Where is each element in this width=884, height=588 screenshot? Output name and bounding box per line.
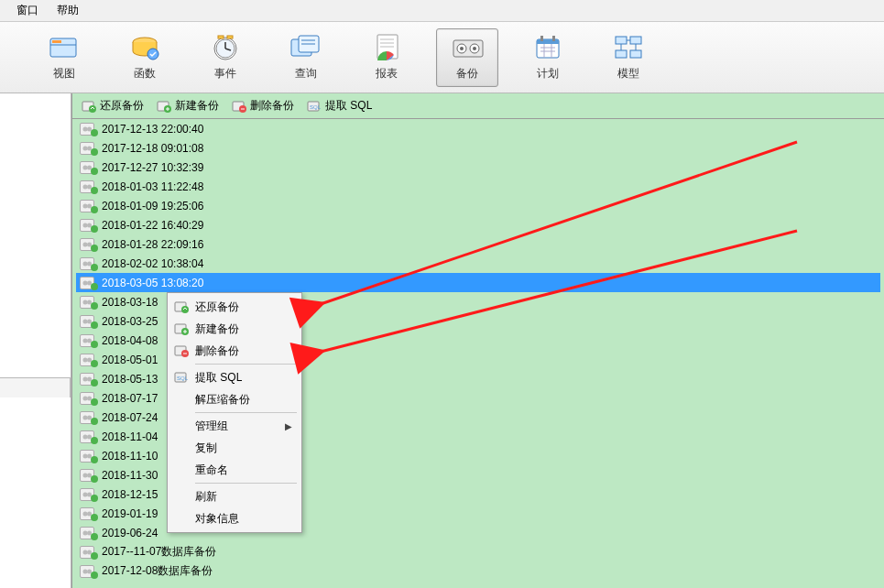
action-bar: 还原备份 新建备份 删除备份 SQL 提取 SQL <box>72 93 884 119</box>
ctx-separator <box>195 364 297 365</box>
toolbar-model-label: 模型 <box>617 66 639 82</box>
toolbar-event-button[interactable]: 事件 <box>194 28 256 87</box>
backup-list-item[interactable]: 2018-02-02 10:38:04 <box>76 254 880 273</box>
backup-list-item[interactable]: 2018-01-03 11:22:48 <box>76 177 880 196</box>
svg-point-52 <box>83 146 88 150</box>
svg-point-72 <box>83 338 88 343</box>
backup-item-label: 2017-12-27 10:32:39 <box>102 161 203 174</box>
toolbar-report-label: 报表 <box>376 66 398 82</box>
ctx-new-backup[interactable]: 新建备份 <box>169 318 300 340</box>
menu-window[interactable]: 窗口 <box>7 1 48 20</box>
extract-sql-icon: SQL <box>173 370 190 385</box>
backup-list-item[interactable]: 2017--11-07数据库备份 <box>76 542 880 561</box>
menu-help[interactable]: 帮助 <box>48 1 88 20</box>
ctx-copy[interactable]: 复制 <box>169 437 300 459</box>
content-area: 还原备份 新建备份 删除备份 SQL 提取 SQL <box>0 93 884 588</box>
report-icon <box>370 33 403 62</box>
ctx-extract-label: 提取 SQL <box>195 370 242 386</box>
toolbar-event-label: 事件 <box>214 66 236 82</box>
backup-badge-icon <box>91 206 98 213</box>
toolbar-view-button[interactable]: 视图 <box>33 28 95 87</box>
backup-item-label: 2017-12-13 22:00:40 <box>102 123 203 136</box>
svg-point-70 <box>83 319 88 323</box>
toolbar-function-button[interactable]: 函数 <box>114 28 176 87</box>
ctx-extract-sql[interactable]: SQL 提取 SQL <box>169 366 300 388</box>
svg-point-58 <box>83 203 88 208</box>
ctx-restore-label: 还原备份 <box>195 299 239 315</box>
svg-rect-27 <box>552 36 555 41</box>
action-new-backup[interactable]: 新建备份 <box>157 98 219 114</box>
blank-icon <box>173 463 190 477</box>
backup-item-label: 2018-07-24 <box>102 411 158 424</box>
submenu-arrow-icon: ▶ <box>285 421 292 431</box>
backup-badge-icon <box>91 148 98 156</box>
ctx-copy-label: 复制 <box>195 441 217 456</box>
backup-badge-icon <box>91 360 98 367</box>
backup-badge-icon <box>91 533 98 540</box>
toolbar-schedule-button[interactable]: 计划 <box>517 28 579 87</box>
svg-point-66 <box>83 280 88 285</box>
svg-point-86 <box>83 473 88 477</box>
svg-point-90 <box>83 511 88 516</box>
svg-rect-35 <box>630 50 641 58</box>
svg-text:SQL: SQL <box>177 376 189 381</box>
backup-list-item[interactable]: 2018-01-22 16:40:29 <box>76 215 880 234</box>
svg-rect-32 <box>616 37 627 44</box>
backup-list-item[interactable]: 2018-01-09 19:25:06 <box>76 196 880 215</box>
svg-point-94 <box>83 550 88 554</box>
svg-point-56 <box>83 184 88 189</box>
sidebar-tab[interactable] <box>0 377 71 397</box>
action-delete-backup[interactable]: 删除备份 <box>232 98 294 114</box>
toolbar-model-button[interactable]: 模型 <box>597 28 660 87</box>
ctx-manage-group[interactable]: 管理组 ▶ <box>169 415 300 437</box>
backup-item-label: 2017-12-18 09:01:08 <box>102 142 203 155</box>
toolbar: 视图 函数 事件 查询 报表 备份 计划 <box>0 22 884 93</box>
blank-icon <box>173 392 190 407</box>
backup-badge-icon <box>91 129 98 136</box>
backup-badge-icon <box>91 398 98 406</box>
action-restore-backup[interactable]: 还原备份 <box>82 98 144 114</box>
menubar: 窗口 帮助 <box>0 0 884 22</box>
extract-sql-icon: SQL <box>307 99 322 114</box>
blank-icon <box>173 441 190 455</box>
svg-rect-2 <box>52 40 61 43</box>
action-extract-sql[interactable]: SQL 提取 SQL <box>307 98 372 114</box>
ctx-delete-backup[interactable]: 删除备份 <box>169 340 300 362</box>
svg-point-78 <box>83 396 88 400</box>
ctx-decompress-label: 解压缩备份 <box>195 392 250 408</box>
backup-badge-icon <box>91 456 98 463</box>
backup-badge-icon <box>91 552 98 560</box>
backup-list-item[interactable]: 2017-12-18 09:01:08 <box>76 138 880 158</box>
backup-list-item[interactable]: 2018-03-05 13:08:20 <box>76 273 880 292</box>
backup-badge-icon <box>91 321 98 329</box>
backup-item-label: 2018-01-03 11:22:48 <box>102 180 203 193</box>
backup-list-item[interactable]: 2017-12-27 10:32:39 <box>76 158 880 177</box>
toolbar-backup-button[interactable]: 备份 <box>436 28 498 87</box>
ctx-decompress-backup[interactable]: 解压缩备份 <box>169 388 300 410</box>
backup-list-item[interactable]: 2017-12-08数据库备份 <box>76 561 880 581</box>
query-icon <box>289 33 322 62</box>
schedule-icon <box>531 33 564 62</box>
backup-list-item[interactable]: 2018-01-28 22:09:16 <box>76 234 880 254</box>
svg-point-60 <box>83 223 88 227</box>
toolbar-report-button[interactable]: 报表 <box>355 28 418 87</box>
ctx-restore-backup[interactable]: 还原备份 <box>169 296 300 318</box>
backup-list-item[interactable]: 2017-12-13 22:00:40 <box>76 119 880 138</box>
backup-badge-icon <box>91 437 98 444</box>
backup-item-label: 2018-07-17 <box>102 392 158 405</box>
action-new-label: 新建备份 <box>175 98 219 114</box>
svg-rect-25 <box>537 39 559 44</box>
backup-badge-icon <box>91 264 98 271</box>
ctx-object-info[interactable]: 对象信息 <box>169 507 300 529</box>
svg-point-84 <box>83 453 88 458</box>
svg-point-82 <box>83 434 88 439</box>
backup-item-label: 2018-05-13 <box>102 373 158 386</box>
ctx-refresh[interactable]: 刷新 <box>169 485 300 507</box>
ctx-refresh-label: 刷新 <box>195 489 217 505</box>
toolbar-query-button[interactable]: 查询 <box>275 28 337 87</box>
backup-item-label: 2018-05-01 <box>102 354 158 366</box>
ctx-rename[interactable]: 重命名 <box>169 459 300 481</box>
blank-icon <box>173 511 190 526</box>
ctx-separator <box>195 483 297 484</box>
backup-item-label: 2017--11-07数据库备份 <box>102 544 216 560</box>
